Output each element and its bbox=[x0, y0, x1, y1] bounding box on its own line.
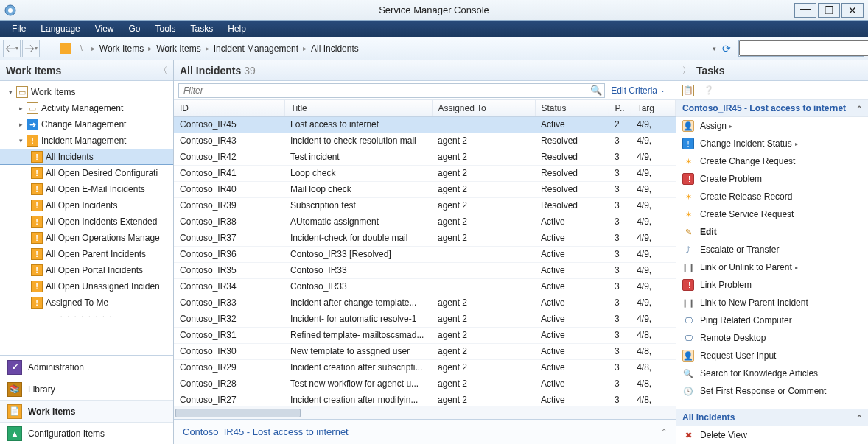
tree-leaf[interactable]: !Assigned To Me bbox=[0, 295, 173, 311]
table-row[interactable]: Contoso_IR31Refined template- mailtoscsm… bbox=[174, 327, 676, 343]
task-link-or-unlink-to-parent[interactable]: ❙❙Link or Unlink to Parent▸ bbox=[676, 258, 868, 276]
filter-search-icon[interactable]: 🔍 bbox=[588, 85, 604, 96]
table-row[interactable]: Contoso_IR39Subscription testagent 2Reso… bbox=[174, 197, 676, 214]
task-section-view[interactable]: All Incidents ⌃ bbox=[676, 409, 868, 426]
task-link-problem[interactable]: !!Link Problem bbox=[676, 276, 868, 294]
wunderbar-library[interactable]: 📚Library bbox=[0, 378, 173, 400]
task-request-user-input[interactable]: 👤Request User Input bbox=[676, 347, 868, 364]
nav-tree: ▾▭Work Items▸▭Activity Management▸➜Chang… bbox=[0, 81, 173, 355]
global-search-input[interactable] bbox=[739, 40, 868, 56]
cell-targ: 4/8, bbox=[631, 343, 675, 359]
table-row[interactable]: Contoso_IR28Test new workflow for agenct… bbox=[174, 376, 676, 392]
table-row[interactable]: Contoso_IR33Incident after change templa… bbox=[174, 295, 676, 311]
task-remote-desktop[interactable]: 🖵Remote Desktop bbox=[676, 329, 868, 347]
menu-tasks[interactable]: Tasks bbox=[183, 24, 221, 34]
horizontal-scrollbar[interactable] bbox=[174, 406, 676, 419]
table-row[interactable]: Contoso_IR43Incident to check resolution… bbox=[174, 133, 676, 149]
table-row[interactable]: Contoso_IR34Contoso_IR33Active34/9, bbox=[174, 278, 676, 295]
task-escalate-or-transfer[interactable]: ⤴Escalate or Transfer bbox=[676, 241, 868, 258]
tree-node[interactable]: ▸➜Change Management bbox=[0, 116, 173, 133]
cell-status: Resolved bbox=[535, 165, 609, 181]
menu-help[interactable]: Help bbox=[220, 24, 253, 34]
tree-leaf[interactable]: !All Open Portal Incidents bbox=[0, 262, 173, 278]
table-row[interactable]: Contoso_IR35Contoso_IR33Active34/9, bbox=[174, 262, 676, 278]
table-row[interactable]: Contoso_IR42Test incidentagent 2Resolved… bbox=[174, 149, 676, 165]
tree-node[interactable]: ▾!Incident Management bbox=[0, 133, 173, 149]
breadcrumb-dropdown[interactable]: ▾ bbox=[708, 45, 721, 52]
preview-pane-header[interactable]: Contoso_IR45 - Lost access to internet ⌃ bbox=[174, 419, 676, 444]
table-row[interactable]: Contoso_IR38AUtomatic assignmentagent 2A… bbox=[174, 214, 676, 230]
grid-scroll-area[interactable]: IDTitleAssigned ToStatusP..Targ Contoso_… bbox=[174, 100, 676, 406]
nav-back-button[interactable]: 🡠▾ bbox=[3, 40, 21, 57]
tree-leaf[interactable]: !All Open Unassigned Inciden bbox=[0, 278, 173, 295]
clipboard-icon[interactable]: 📋 bbox=[682, 85, 694, 96]
close-button[interactable]: ✕ bbox=[841, 3, 864, 18]
task-create-change-request[interactable]: ✶Create Change Request bbox=[676, 152, 868, 170]
task-edit[interactable]: ✎Edit bbox=[676, 223, 868, 241]
global-search-box[interactable]: 🔍▾ bbox=[738, 40, 864, 57]
task-assign[interactable]: 👤Assign▸ bbox=[676, 117, 868, 135]
help-icon[interactable]: ❔ bbox=[703, 85, 715, 96]
tree-root[interactable]: ▾▭Work Items bbox=[0, 84, 173, 100]
tree-leaf[interactable]: !All Open Incidents Extended bbox=[0, 214, 173, 230]
column-header[interactable]: Title bbox=[284, 100, 432, 116]
task-change-incident-status[interactable]: !Change Incident Status▸ bbox=[676, 135, 868, 152]
preview-collapse-icon[interactable]: ⌃ bbox=[661, 428, 667, 436]
tree-node[interactable]: ▸▭Activity Management bbox=[0, 100, 173, 116]
table-row[interactable]: Contoso_IR32Incident- for automatic reso… bbox=[174, 311, 676, 327]
task-link-to-new-parent-incident[interactable]: ❙❙Link to New Parent Incident bbox=[676, 294, 868, 311]
table-row[interactable]: Contoso_IR41Loop checkagent 2Resolved34/… bbox=[174, 165, 676, 181]
collapse-nav-icon[interactable]: 〈 bbox=[159, 65, 167, 76]
table-row[interactable]: Contoso_IR37Incident-check for double ma… bbox=[174, 230, 676, 246]
table-row[interactable]: Contoso_IR29Incident creation after subs… bbox=[174, 359, 676, 376]
filter-box[interactable]: 🔍 bbox=[178, 83, 605, 98]
column-header[interactable]: P.. bbox=[609, 100, 631, 116]
menu-view[interactable]: View bbox=[88, 24, 122, 34]
task-ping-related-computer[interactable]: 🖵Ping Related Computer bbox=[676, 311, 868, 329]
task-create-service-request[interactable]: ✶Create Service Request bbox=[676, 205, 868, 223]
task-delete-view[interactable]: ✖Delete View bbox=[676, 426, 868, 444]
edit-criteria-link[interactable]: Edit Criteria⌄ bbox=[605, 85, 671, 96]
wunderbar-administration[interactable]: ✔Administration bbox=[0, 356, 173, 378]
task-set-first-response-or-comment[interactable]: 🕓Set First Response or Comment bbox=[676, 382, 868, 400]
cell-targ: 4/9, bbox=[631, 230, 675, 246]
menu-tools[interactable]: Tools bbox=[148, 24, 183, 34]
wunderbar-work-items[interactable]: 📄Work Items bbox=[0, 400, 173, 422]
column-header[interactable]: ID bbox=[174, 100, 284, 116]
tree-leaf[interactable]: !All Open Parent Incidents bbox=[0, 246, 173, 262]
breadcrumb-item[interactable]: All Incidents bbox=[311, 43, 359, 54]
table-row[interactable]: Contoso_IR40Mail loop checkagent 2Resolv… bbox=[174, 181, 676, 197]
column-header[interactable]: Status bbox=[535, 100, 609, 116]
system-icon[interactable] bbox=[0, 4, 21, 16]
task-search-for-knowledge-articles[interactable]: 🔍Search for Knowledge Articles bbox=[676, 364, 868, 382]
tree-leaf[interactable]: !All Open Incidents bbox=[0, 197, 173, 214]
task-create-problem[interactable]: !!Create Problem bbox=[676, 170, 868, 188]
task-section-selected-item[interactable]: Contoso_IR45 - Lost access to internet ⌃ bbox=[676, 100, 868, 117]
menu-go[interactable]: Go bbox=[122, 24, 148, 34]
collapse-tasks-icon[interactable]: 〉 bbox=[682, 65, 690, 76]
cell-p: 3 bbox=[609, 278, 631, 295]
menu-language[interactable]: Language bbox=[33, 24, 87, 34]
menu-file[interactable]: File bbox=[4, 24, 33, 34]
nav-forward-button[interactable]: 🡢▾ bbox=[22, 40, 40, 57]
wunderbar-configuration-items[interactable]: ▲Configuration Items bbox=[0, 422, 173, 444]
refresh-icon[interactable]: ⟳ bbox=[721, 43, 732, 54]
cell-title: New template to assgned user bbox=[284, 343, 432, 359]
tree-leaf[interactable]: !All Open Operations Manage bbox=[0, 230, 173, 246]
breadcrumb-item[interactable]: Incident Management bbox=[214, 43, 298, 54]
maximize-button[interactable]: ❐ bbox=[818, 3, 840, 18]
minimize-button[interactable]: — bbox=[794, 3, 816, 18]
column-header[interactable]: Targ bbox=[631, 100, 675, 116]
task-create-release-record[interactable]: ✶Create Release Record bbox=[676, 188, 868, 205]
column-header[interactable]: Assigned To bbox=[432, 100, 535, 116]
table-row[interactable]: Contoso_IR30New template to assgned user… bbox=[174, 343, 676, 359]
tree-leaf[interactable]: !All Open Desired Configurati bbox=[0, 165, 173, 181]
tree-leaf[interactable]: !All Open E-Mail Incidents bbox=[0, 181, 173, 197]
breadcrumb-item[interactable]: Work Items bbox=[156, 43, 200, 54]
table-row[interactable]: Contoso_IR27Incident creation after modi… bbox=[174, 392, 676, 406]
table-row[interactable]: Contoso_IR36Contoso_IR33 [Resolved]Activ… bbox=[174, 246, 676, 262]
breadcrumb-item[interactable]: Work Items bbox=[99, 43, 144, 54]
table-row[interactable]: Contoso_IR45Lost access to internetActiv… bbox=[174, 116, 676, 133]
tree-leaf[interactable]: !All Incidents bbox=[0, 149, 173, 165]
filter-input[interactable] bbox=[179, 85, 588, 96]
